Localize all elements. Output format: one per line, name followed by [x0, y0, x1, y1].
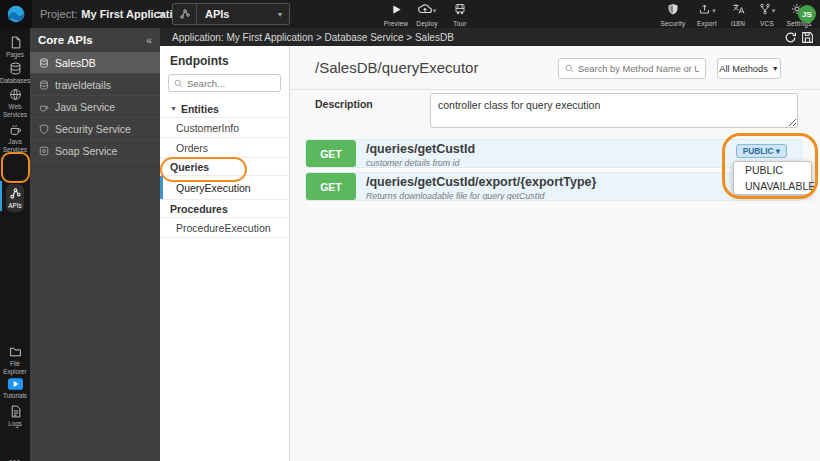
- page-icon: [9, 36, 22, 49]
- sidebar-item-logs[interactable]: Logs: [0, 405, 30, 428]
- search-icon: [174, 79, 183, 88]
- database-icon: [9, 62, 22, 75]
- core-api-item-traveldetails[interactable]: traveldetails: [30, 74, 160, 96]
- sidebar-item-file-explorer[interactable]: File Explorer: [0, 345, 30, 376]
- endpoint-item-procedureexecution[interactable]: ProcedureExecution: [160, 218, 289, 238]
- coffee-icon: [9, 123, 22, 136]
- breadcrumb: Application: My First Application > Data…: [160, 32, 784, 43]
- shield-icon: [667, 2, 679, 15]
- endpoints-title: Endpoints: [160, 46, 289, 74]
- folder-icon: [9, 345, 22, 358]
- soap-icon: [39, 146, 49, 156]
- wavemaker-logo[interactable]: [0, 0, 32, 28]
- project-name: My First Application: [81, 8, 186, 20]
- refresh-button[interactable]: [784, 31, 797, 44]
- collapse-panel-icon[interactable]: «: [146, 34, 152, 46]
- chevron-down-icon: ▾: [772, 7, 776, 15]
- sidebar-item-java-services[interactable]: Java Services: [0, 123, 30, 154]
- core-api-item-java-service[interactable]: Java Service: [30, 96, 160, 118]
- chevron-down-icon: ▾: [433, 7, 437, 15]
- module-dropdown[interactable]: APIs ▾: [172, 3, 290, 25]
- core-api-label: Soap Service: [55, 145, 117, 157]
- endpoint-item-queryexecution[interactable]: QueryExecution: [160, 176, 289, 200]
- export-icon: [698, 3, 711, 15]
- api-icon: [173, 4, 197, 24]
- left-rail: Pages Databases Web Services Java Servic…: [0, 28, 30, 461]
- core-api-item-security-service[interactable]: Security Service: [30, 118, 160, 140]
- http-method-badge: GET: [306, 140, 356, 167]
- chevron-down-icon: ▾: [712, 7, 716, 15]
- more-options-icon[interactable]: •••: [0, 456, 30, 461]
- core-api-label: traveldetails: [55, 79, 111, 91]
- sidebar-item-pages[interactable]: Pages: [0, 36, 30, 59]
- user-avatar[interactable]: JS: [798, 5, 816, 23]
- endpoint-item-customerinfo[interactable]: CustomerInfo: [160, 118, 289, 138]
- core-apis-title: Core APIs: [38, 34, 146, 46]
- logs-icon: [9, 405, 22, 418]
- endpoints-search-input[interactable]: [187, 78, 273, 89]
- core-api-item-salesdb[interactable]: SalesDB: [30, 52, 160, 74]
- section-entities[interactable]: ▼ Entities: [160, 100, 289, 118]
- access-level-dropdown-button[interactable]: PUBLIC ▾: [736, 144, 787, 158]
- endpoints-search[interactable]: [168, 74, 281, 92]
- sidebar-item-tutorials[interactable]: Tutorials: [0, 378, 30, 400]
- coffee-icon: [39, 102, 49, 112]
- dropdown-option-public[interactable]: PUBLIC: [734, 162, 811, 178]
- api-endpoint-row-getcustid-export[interactable]: GET /queries/getCustId/export/{exportTyp…: [305, 172, 802, 201]
- access-level-dropdown-menu: PUBLIC UNAVAILABLE: [733, 161, 812, 195]
- core-api-label: Security Service: [55, 123, 131, 135]
- top-bar: Project: My First Application > APIs ▾ P…: [0, 0, 820, 28]
- sidebar-item-apis[interactable]: APIs: [0, 184, 30, 212]
- save-button[interactable]: [801, 31, 814, 44]
- sidebar-item-web-services[interactable]: Web Services: [0, 88, 30, 119]
- cloud-upload-icon: [418, 3, 432, 15]
- core-api-label: Java Service: [55, 101, 115, 113]
- main-content: /SalesDB/queryExecutor All Methods ▼ Des…: [290, 46, 820, 461]
- caret-down-icon: ▼: [772, 65, 779, 72]
- caret-down-icon: ▼: [170, 105, 177, 112]
- method-search[interactable]: [558, 58, 706, 79]
- method-search-input[interactable]: [578, 64, 699, 74]
- database-icon: [39, 58, 49, 68]
- core-api-label: SalesDB: [55, 57, 96, 69]
- vcs-button[interactable]: ▾ VCS: [752, 2, 782, 27]
- preview-button[interactable]: Preview: [381, 2, 411, 27]
- i18n-button[interactable]: i18N: [724, 2, 752, 27]
- database-icon: [39, 80, 49, 90]
- breadcrumb-chevron-icon: >: [157, 0, 165, 28]
- search-icon: [565, 64, 574, 73]
- description-label: Description: [315, 98, 373, 110]
- save-icon: [801, 31, 814, 44]
- deploy-button[interactable]: ▾ Deploy: [411, 2, 443, 27]
- section-procedures[interactable]: Procedures: [160, 200, 289, 218]
- bus-icon: [454, 2, 466, 15]
- http-method-badge: GET: [306, 173, 356, 200]
- endpoints-panel: Endpoints ▼ Entities CustomerInfo Orders…: [160, 46, 290, 461]
- section-queries[interactable]: Queries: [160, 158, 289, 176]
- sidebar-item-databases[interactable]: Databases: [0, 62, 30, 85]
- shield-icon: [39, 124, 49, 134]
- video-play-icon: [8, 378, 23, 390]
- app-window: Project: My First Application > APIs ▾ P…: [0, 0, 820, 461]
- refresh-icon: [784, 31, 797, 44]
- translate-icon: [732, 2, 745, 15]
- export-button[interactable]: ▾ Export: [690, 2, 724, 27]
- chevron-down-icon: ▾: [278, 10, 289, 19]
- security-button[interactable]: Security: [656, 2, 690, 27]
- branch-icon: [759, 3, 771, 15]
- core-api-item-soap-service[interactable]: Soap Service: [30, 140, 160, 162]
- api-icon: [9, 187, 22, 200]
- endpoint-item-orders[interactable]: Orders: [160, 138, 289, 158]
- api-endpoint-row-getcustid[interactable]: GET /queries/getCustId customer details …: [305, 139, 802, 168]
- description-textarea[interactable]: controller class for query execution: [430, 93, 798, 128]
- application-breadcrumb-bar: Application: My First Application > Data…: [160, 28, 820, 46]
- logo-wave-icon: [7, 5, 25, 23]
- page-title: /SalesDB/queryExecutor: [315, 59, 478, 76]
- module-dropdown-label: APIs: [197, 8, 278, 20]
- all-methods-dropdown[interactable]: All Methods ▼: [717, 58, 781, 79]
- play-icon: [391, 2, 402, 15]
- controller-header: /SalesDB/queryExecutor All Methods ▼: [290, 46, 820, 90]
- active-indicator: [0, 181, 2, 211]
- tour-button[interactable]: Tour: [447, 2, 473, 27]
- dropdown-option-unavailable[interactable]: UNAVAILABLE: [734, 178, 811, 194]
